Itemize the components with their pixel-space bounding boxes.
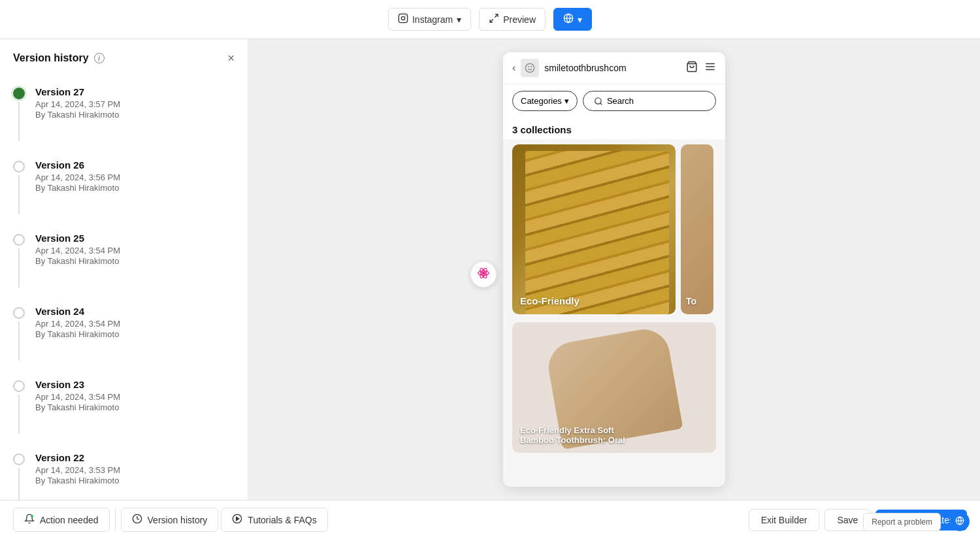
save-label: Save xyxy=(837,515,858,525)
version-author-27: By Takashi Hirakimoto xyxy=(35,110,235,120)
report-label: Report a problem xyxy=(872,517,932,527)
svg-line-4 xyxy=(490,19,493,22)
svg-point-7 xyxy=(482,272,484,274)
version-dot-container xyxy=(13,306,25,361)
version-item-26[interactable]: Version 26 Apr 14, 2024, 3:56 PM By Taka… xyxy=(0,150,248,223)
svg-point-17 xyxy=(595,97,601,103)
atom-icon xyxy=(477,267,490,282)
version-line xyxy=(18,321,20,361)
svg-marker-22 xyxy=(237,517,239,520)
mobile-search-area: Categories ▾ Search xyxy=(503,84,725,118)
version-line xyxy=(18,175,20,214)
tutorials-label: Tutorials & FAQs xyxy=(248,515,316,525)
version-name-27: Version 27 xyxy=(35,86,235,97)
partial-label: To xyxy=(686,296,696,306)
version-line xyxy=(18,395,20,434)
svg-rect-0 xyxy=(399,14,407,22)
sidebar-title: Version history i xyxy=(13,52,105,64)
categories-label: Categories xyxy=(521,96,562,106)
version-name-26: Version 26 xyxy=(35,159,235,171)
version-date-27: Apr 14, 2024, 3:57 PM xyxy=(35,99,235,109)
soft-card[interactable]: Eco-Friendly Extra SoftBamboo Toothbrush… xyxy=(512,322,716,453)
info-icon[interactable]: i xyxy=(94,53,105,63)
bottom-left-actions: Action needed Version history Tutorials … xyxy=(13,508,328,532)
version-item-25[interactable]: Version 25 Apr 14, 2024, 3:54 PM By Taka… xyxy=(0,223,248,297)
collections-scroll: Eco-Friendly To Eco-Friendly Extra SoftB… xyxy=(503,139,725,487)
atom-icon-button[interactable] xyxy=(470,261,497,287)
version-dot-26 xyxy=(13,161,25,172)
version-name-24: Version 24 xyxy=(35,306,235,317)
preview-area: ‹ smiletoothbrushcom xyxy=(248,39,980,500)
version-list: Version 27 Apr 14, 2024, 3:57 PM By Taka… xyxy=(0,77,248,500)
globe-toolbar-icon xyxy=(563,13,574,25)
mobile-nav-bar: ‹ smiletoothbrushcom xyxy=(503,52,725,84)
search-label: Search xyxy=(607,96,634,106)
categories-button[interactable]: Categories ▾ xyxy=(512,91,578,111)
version-dot-25 xyxy=(13,234,25,246)
partial-card[interactable]: To xyxy=(681,144,713,314)
bottom-divider xyxy=(115,508,116,531)
version-item-27[interactable]: Version 27 Apr 14, 2024, 3:57 PM By Taka… xyxy=(0,77,248,150)
version-line xyxy=(18,248,20,287)
top-toolbar: Instagram ▾ Preview ▾ xyxy=(0,0,980,39)
version-info-22: Version 22 Apr 14, 2024, 3:53 PM By Taka… xyxy=(35,452,235,485)
version-info-23: Version 23 Apr 14, 2024, 3:54 PM By Taka… xyxy=(35,379,235,412)
version-info-27: Version 27 Apr 14, 2024, 3:57 PM By Taka… xyxy=(35,86,235,120)
cart-button[interactable] xyxy=(686,61,698,75)
instagram-chevron-icon: ▾ xyxy=(457,14,461,25)
svg-point-1 xyxy=(401,16,404,20)
version-date-25: Apr 14, 2024, 3:54 PM xyxy=(35,246,235,255)
back-button[interactable]: ‹ xyxy=(512,62,515,74)
version-date-26: Apr 14, 2024, 3:56 PM xyxy=(35,172,235,182)
globe-button[interactable]: ▾ xyxy=(553,8,592,31)
tutorials-button[interactable]: Tutorials & FAQs xyxy=(221,508,327,532)
svg-point-2 xyxy=(405,16,406,16)
site-name: smiletoothbrushcom xyxy=(544,63,626,73)
version-date-24: Apr 14, 2024, 3:54 PM xyxy=(35,319,235,329)
mobile-nav-left: ‹ smiletoothbrushcom xyxy=(512,59,627,77)
sidebar-title-text: Version history xyxy=(13,52,89,64)
exit-builder-button[interactable]: Exit Builder xyxy=(749,509,820,531)
version-name-22: Version 22 xyxy=(35,452,235,463)
action-needed-button[interactable]: Action needed xyxy=(13,508,110,532)
version-dot-24 xyxy=(13,307,25,319)
collections-row-1: Eco-Friendly To xyxy=(503,139,725,319)
version-dot-container xyxy=(13,86,25,141)
instagram-button[interactable]: Instagram ▾ xyxy=(388,8,471,31)
expand-icon xyxy=(489,13,499,25)
version-dot-23 xyxy=(13,380,25,392)
version-name-25: Version 25 xyxy=(35,233,235,244)
globe-footer-button[interactable] xyxy=(950,512,970,531)
version-line xyxy=(18,468,20,500)
sidebar-header: Version history i × xyxy=(0,52,248,77)
bell-icon xyxy=(24,514,35,526)
version-history-icon xyxy=(132,514,142,526)
menu-button[interactable] xyxy=(704,61,716,75)
version-date-23: Apr 14, 2024, 3:54 PM xyxy=(35,392,235,402)
categories-chevron-icon: ▾ xyxy=(564,96,569,106)
version-dot-22 xyxy=(13,453,25,465)
version-author-26: By Takashi Hirakimoto xyxy=(35,183,235,193)
exit-label: Exit Builder xyxy=(761,515,808,525)
svg-line-18 xyxy=(600,103,602,105)
search-button[interactable]: Search xyxy=(583,91,716,111)
preview-button[interactable]: Preview xyxy=(479,8,546,31)
close-sidebar-button[interactable]: × xyxy=(227,52,235,64)
version-item-23[interactable]: Version 23 Apr 14, 2024, 3:54 PM By Taka… xyxy=(0,370,248,443)
version-dot-container xyxy=(13,379,25,434)
soft-label: Eco-Friendly Extra SoftBamboo Toothbrush… xyxy=(520,425,708,445)
report-problem-button[interactable]: Report a problem xyxy=(863,513,941,531)
version-author-25: By Takashi Hirakimoto xyxy=(35,256,235,266)
eco-friendly-card[interactable]: Eco-Friendly xyxy=(512,144,676,314)
version-author-24: By Takashi Hirakimoto xyxy=(35,329,235,339)
version-history-button[interactable]: Version history xyxy=(121,508,219,532)
version-item-24[interactable]: Version 24 Apr 14, 2024, 3:54 PM By Taka… xyxy=(0,297,248,370)
instagram-label: Instagram xyxy=(412,14,453,25)
version-info-24: Version 24 Apr 14, 2024, 3:54 PM By Taka… xyxy=(35,306,235,339)
globe-dropdown-icon: ▾ xyxy=(578,14,582,25)
version-dot-container xyxy=(13,452,25,500)
version-dot-27 xyxy=(13,88,25,99)
eco-friendly-label: Eco-Friendly xyxy=(520,295,580,306)
version-item-22[interactable]: Version 22 Apr 14, 2024, 3:53 PM By Taka… xyxy=(0,443,248,500)
bottom-bar: Action needed Version history Tutorials … xyxy=(0,500,980,539)
